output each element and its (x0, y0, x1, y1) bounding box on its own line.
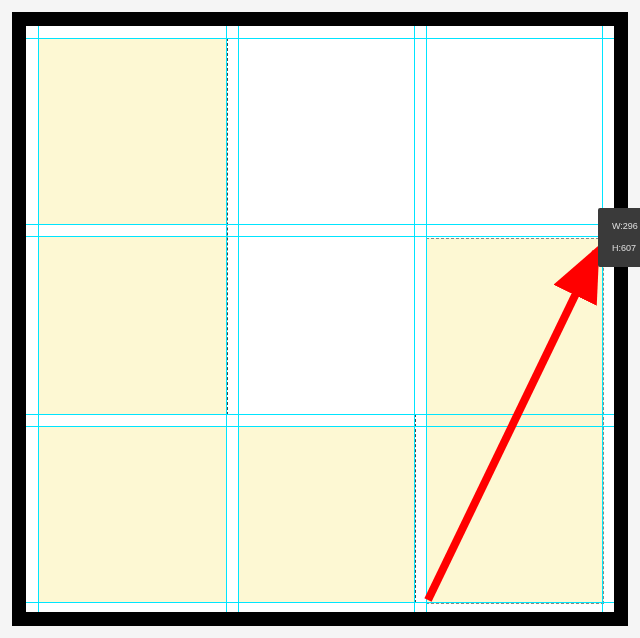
guide-horizontal[interactable] (26, 224, 614, 225)
document-canvas[interactable]: + (26, 26, 614, 612)
guide-vertical[interactable] (226, 26, 227, 612)
active-selection-drag[interactable] (426, 238, 604, 604)
guide-vertical[interactable] (602, 26, 603, 612)
guide-horizontal[interactable] (26, 426, 614, 427)
guide-vertical[interactable] (238, 26, 239, 612)
tooltip-w-value: 296 (623, 221, 638, 231)
filled-cell (38, 38, 226, 224)
filled-cell (38, 426, 226, 602)
filled-cell (238, 426, 414, 602)
guide-vertical[interactable] (426, 26, 427, 612)
window-frame: + W:296 H:607 (12, 12, 628, 626)
guide-horizontal[interactable] (26, 236, 614, 237)
guide-horizontal[interactable] (26, 38, 614, 39)
guide-vertical[interactable] (38, 26, 39, 612)
guide-horizontal[interactable] (26, 414, 614, 415)
tooltip-h-value: 607 (621, 243, 636, 253)
filled-cell (38, 236, 226, 414)
guide-horizontal[interactable] (26, 602, 614, 603)
add-to-selection-icon: + (620, 240, 626, 250)
guide-vertical[interactable] (414, 26, 415, 612)
